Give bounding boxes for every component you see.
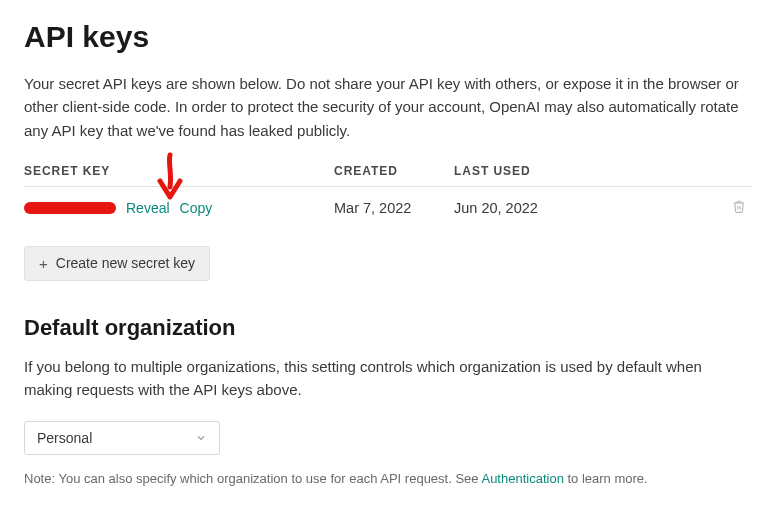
header-last-used: LAST USED bbox=[454, 164, 599, 178]
org-note: Note: You can also specify which organiz… bbox=[24, 471, 752, 486]
note-prefix: Note: You can also specify which organiz… bbox=[24, 471, 481, 486]
create-secret-key-button[interactable]: + Create new secret key bbox=[24, 246, 210, 281]
authentication-link[interactable]: Authentication bbox=[481, 471, 563, 486]
chevron-down-icon bbox=[195, 432, 207, 444]
note-suffix: to learn more. bbox=[564, 471, 648, 486]
org-select[interactable]: Personal bbox=[24, 421, 220, 455]
default-org-text: If you belong to multiple organizations,… bbox=[24, 355, 744, 402]
create-button-label: Create new secret key bbox=[56, 255, 195, 271]
org-select-value: Personal bbox=[37, 430, 92, 446]
default-org-title: Default organization bbox=[24, 315, 752, 341]
redacted-key bbox=[24, 202, 116, 214]
api-keys-table: SECRET KEY CREATED LAST USED Reveal Copy… bbox=[24, 164, 752, 228]
intro-text: Your secret API keys are shown below. Do… bbox=[24, 72, 744, 142]
plus-icon: + bbox=[39, 255, 48, 272]
header-actions bbox=[599, 164, 752, 178]
trash-icon[interactable] bbox=[732, 199, 746, 214]
cell-created: Mar 7, 2022 bbox=[334, 200, 454, 216]
page-title: API keys bbox=[24, 20, 752, 54]
header-secret-key: SECRET KEY bbox=[24, 164, 334, 178]
table-header-row: SECRET KEY CREATED LAST USED bbox=[24, 164, 752, 187]
reveal-link[interactable]: Reveal bbox=[126, 200, 170, 216]
cell-last-used: Jun 20, 2022 bbox=[454, 200, 599, 216]
table-row: Reveal Copy Mar 7, 2022 Jun 20, 2022 bbox=[24, 187, 752, 228]
header-created: CREATED bbox=[334, 164, 454, 178]
copy-link[interactable]: Copy bbox=[180, 200, 213, 216]
